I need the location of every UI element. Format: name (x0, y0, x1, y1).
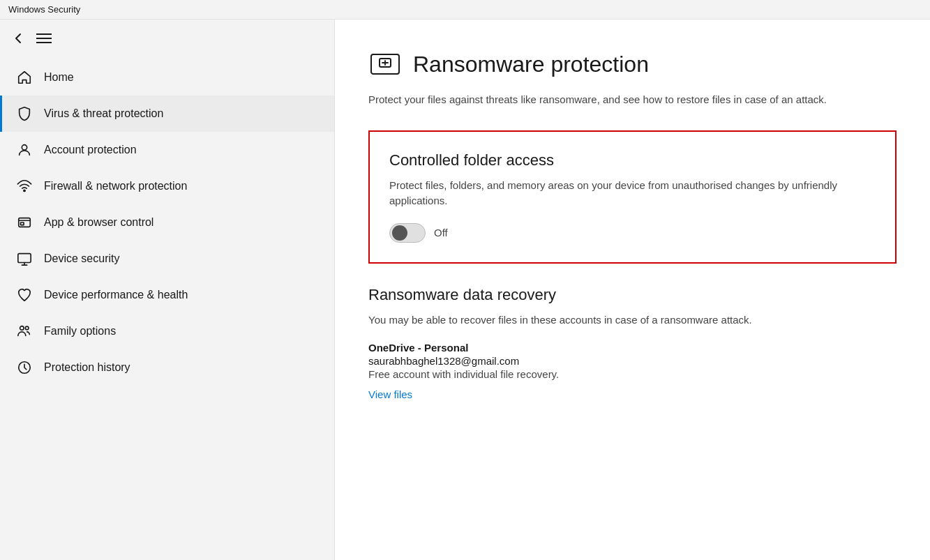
sidebar-item-appbrowser[interactable]: App & browser control (0, 204, 334, 241)
shield-icon (16, 105, 33, 122)
cfa-toggle[interactable] (389, 223, 426, 243)
title-bar: Windows Security (0, 0, 930, 20)
sidebar-item-home[interactable]: Home (0, 59, 334, 96)
svg-rect-6 (21, 222, 24, 225)
controlled-folder-access-card: Controlled folder access Protect files, … (368, 130, 897, 264)
page-title: Ransomware protection (413, 52, 649, 77)
hamburger-button[interactable] (36, 31, 52, 48)
cfa-description: Protect files, folders, and memory areas… (389, 178, 876, 209)
app-container: Home Virus & threat protection (0, 20, 930, 560)
toggle-label: Off (434, 227, 448, 239)
svg-rect-7 (18, 254, 31, 263)
toggle-knob (392, 225, 407, 241)
onedrive-info: Free account with individual file recove… (368, 368, 897, 380)
sidebar-item-family-label: Family options (44, 325, 116, 338)
svg-point-8 (20, 326, 24, 331)
wifi-icon (16, 178, 33, 195)
person-icon (16, 142, 33, 158)
sidebar-item-firewall[interactable]: Firewall & network protection (0, 168, 334, 204)
recovery-title: Ransomware data recovery (368, 286, 897, 304)
sidebar-item-devhealth[interactable]: Device performance & health (0, 277, 334, 313)
browser-icon (16, 214, 33, 231)
sidebar-item-appbrowser-label: App & browser control (44, 216, 153, 229)
onedrive-name: OneDrive - Personal (368, 342, 897, 354)
app-title: Windows Security (8, 4, 80, 15)
sidebar-item-account-label: Account protection (44, 144, 137, 156)
ransomware-icon (368, 47, 402, 81)
sidebar-item-device-label: Device security (44, 252, 119, 265)
family-icon (16, 323, 33, 340)
clock-icon (16, 359, 33, 376)
sidebar-item-devhealth-label: Device performance & health (44, 289, 188, 301)
sidebar-item-history[interactable]: Protection history (0, 349, 334, 386)
main-content: Ransomware protection Protect your files… (335, 20, 930, 560)
view-files-link[interactable]: View files (368, 388, 412, 400)
sidebar-item-history-label: Protection history (44, 361, 130, 374)
page-header: Ransomware protection (368, 47, 897, 81)
sidebar-top-actions (0, 25, 334, 59)
svg-rect-2 (36, 42, 52, 43)
heart-icon (16, 287, 33, 303)
svg-point-4 (24, 190, 25, 191)
recovery-description: You may be able to recover files in thes… (368, 312, 897, 328)
sidebar-item-device[interactable]: Device security (0, 241, 334, 277)
svg-rect-1 (36, 38, 52, 39)
monitor-icon (16, 250, 33, 267)
svg-rect-0 (36, 33, 52, 35)
onedrive-email: saurabhbaghel1328@gmail.com (368, 355, 897, 367)
svg-point-3 (22, 145, 27, 150)
toggle-row: Off (389, 223, 876, 243)
sidebar-item-firewall-label: Firewall & network protection (44, 180, 187, 192)
back-button[interactable] (11, 31, 25, 47)
sidebar-item-home-label: Home (44, 71, 74, 84)
sidebar-item-virus[interactable]: Virus & threat protection (0, 96, 334, 132)
sidebar-nav: Home Virus & threat protection (0, 59, 334, 560)
sidebar: Home Virus & threat protection (0, 20, 335, 560)
home-icon (16, 69, 33, 86)
sidebar-item-family[interactable]: Family options (0, 313, 334, 349)
svg-point-9 (25, 326, 29, 330)
page-description: Protect your files against threats like … (368, 92, 897, 108)
sidebar-item-virus-label: Virus & threat protection (44, 107, 163, 120)
cfa-title: Controlled folder access (389, 151, 876, 169)
sidebar-item-account[interactable]: Account protection (0, 132, 334, 168)
